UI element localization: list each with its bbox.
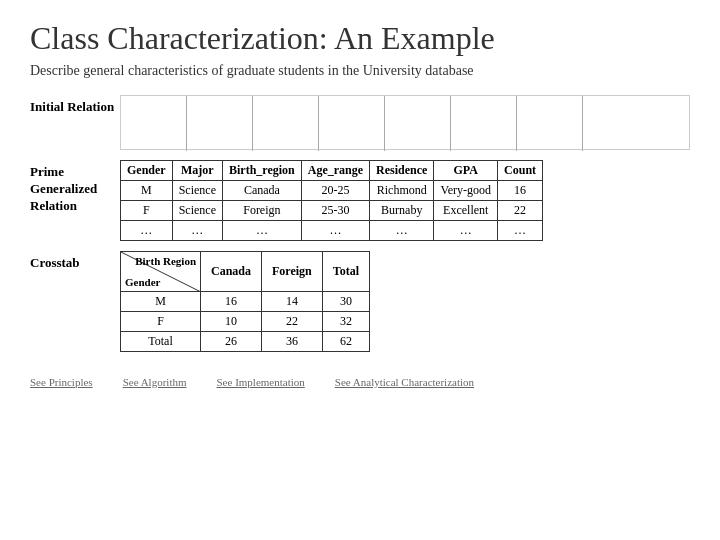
prime-generalized-table: Gender Major Birth_region Age_range Resi…	[120, 160, 543, 241]
cell: 16	[498, 181, 543, 201]
prime-generalized-section: PrimeGeneralizedRelation Gender Major Bi…	[30, 160, 690, 241]
crosstab-section: Crosstab Birth Region Gender Canada Fore…	[30, 251, 690, 352]
link-see-analytical[interactable]: See Analytical Characterization	[335, 376, 474, 388]
col-line-5	[385, 96, 451, 151]
crosstab-header-row: Birth Region Gender Canada Foreign Total	[121, 252, 370, 292]
cell: Very-good	[434, 181, 498, 201]
cell: Foreign	[222, 201, 301, 221]
cell: Canada	[222, 181, 301, 201]
cell-f-canada: 10	[201, 312, 262, 332]
crosstab-table: Birth Region Gender Canada Foreign Total…	[120, 251, 370, 352]
pgr-header-row: Gender Major Birth_region Age_range Resi…	[121, 161, 543, 181]
cell-m-total: 30	[322, 292, 369, 312]
row-label-total: Total	[121, 332, 201, 352]
initial-relation-section: Initial Relation	[30, 95, 690, 150]
subtitle: Describe general characteristics of grad…	[30, 63, 690, 79]
diagonal-header-cell: Birth Region Gender	[121, 252, 201, 292]
row-label-m: M	[121, 292, 201, 312]
link-see-algorithm[interactable]: See Algorithm	[123, 376, 187, 388]
cell-m-foreign: 14	[262, 292, 323, 312]
cell: 25-30	[301, 201, 369, 221]
col-line-7	[517, 96, 583, 151]
col-major: Major	[172, 161, 222, 181]
footer-links: See Principles See Algorithm See Impleme…	[30, 376, 690, 388]
crosstab-row-total: Total 26 36 62	[121, 332, 370, 352]
cell-m-canada: 16	[201, 292, 262, 312]
cell: F	[121, 201, 173, 221]
col-total: Total	[322, 252, 369, 292]
cell-ellipsis: …	[434, 221, 498, 241]
crosstab-label: Crosstab	[30, 251, 120, 272]
cell-ellipsis: …	[121, 221, 173, 241]
cell-ellipsis: …	[172, 221, 222, 241]
col-line-1	[121, 96, 187, 151]
diagonal-bottom-label: Gender	[125, 276, 160, 288]
col-gpa: GPA	[434, 161, 498, 181]
crosstab-row-m: M 16 14 30	[121, 292, 370, 312]
table-row: F Science Foreign 25-30 Burnaby Excellen…	[121, 201, 543, 221]
cell-f-total: 32	[322, 312, 369, 332]
link-see-implementation[interactable]: See Implementation	[217, 376, 305, 388]
cell-f-foreign: 22	[262, 312, 323, 332]
initial-relation-label: Initial Relation	[30, 95, 120, 116]
cell: 22	[498, 201, 543, 221]
prime-generalized-label: PrimeGeneralizedRelation	[30, 160, 120, 215]
cell-ellipsis: …	[370, 221, 434, 241]
col-count: Count	[498, 161, 543, 181]
col-foreign: Foreign	[262, 252, 323, 292]
crosstab-content: Birth Region Gender Canada Foreign Total…	[120, 251, 690, 352]
cell-ellipsis: …	[222, 221, 301, 241]
cell-ellipsis: …	[301, 221, 369, 241]
cell-total-total: 62	[322, 332, 369, 352]
table-row: … … … … … … …	[121, 221, 543, 241]
initial-relation-lines	[120, 95, 690, 150]
cell-total-canada: 26	[201, 332, 262, 352]
col-line-6	[451, 96, 517, 151]
cell: Excellent	[434, 201, 498, 221]
col-gender: Gender	[121, 161, 173, 181]
cell: Science	[172, 201, 222, 221]
col-canada: Canada	[201, 252, 262, 292]
initial-relation-content	[120, 95, 690, 150]
col-line-3	[253, 96, 319, 151]
cell-ellipsis: …	[498, 221, 543, 241]
table-row: M Science Canada 20-25 Richmond Very-goo…	[121, 181, 543, 201]
page-title: Class Characterization: An Example	[30, 20, 690, 57]
col-birth-region: Birth_region	[222, 161, 301, 181]
crosstab-row-f: F 10 22 32	[121, 312, 370, 332]
row-label-f: F	[121, 312, 201, 332]
cell: 20-25	[301, 181, 369, 201]
link-see-principles[interactable]: See Principles	[30, 376, 93, 388]
cell: Burnaby	[370, 201, 434, 221]
col-age-range: Age_range	[301, 161, 369, 181]
col-line-2	[187, 96, 253, 151]
col-residence: Residence	[370, 161, 434, 181]
cell: Science	[172, 181, 222, 201]
cell: Richmond	[370, 181, 434, 201]
cell-total-foreign: 36	[262, 332, 323, 352]
diagonal-top-label: Birth Region	[135, 255, 196, 267]
col-line-8	[583, 96, 649, 151]
prime-generalized-content: Gender Major Birth_region Age_range Resi…	[120, 160, 690, 241]
cell: M	[121, 181, 173, 201]
col-line-4	[319, 96, 385, 151]
